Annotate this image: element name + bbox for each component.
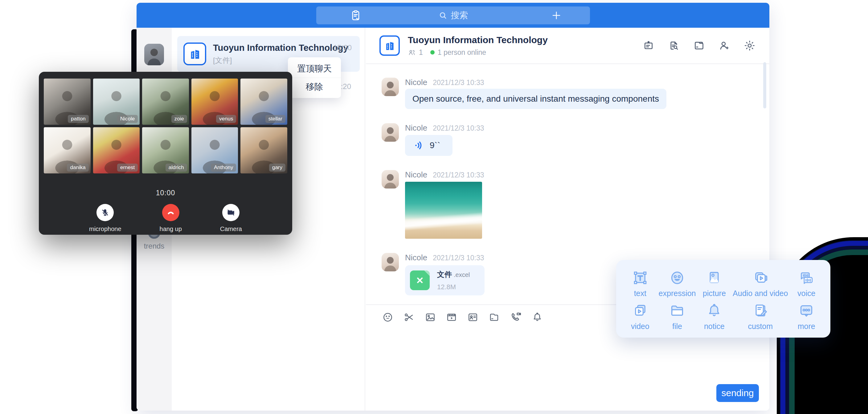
- panel-item-custom[interactable]: custom: [733, 301, 788, 332]
- participant-name: zoie: [172, 115, 187, 123]
- file-icon[interactable]: [488, 311, 500, 323]
- trends-label: trends: [144, 242, 164, 250]
- attachment-panel: text expression picture: [616, 260, 830, 338]
- video-call-icon[interactable]: [509, 311, 522, 323]
- file-size: 12.8M: [437, 283, 470, 291]
- noticeboard-icon[interactable]: [642, 39, 655, 52]
- document-search-icon[interactable]: [668, 39, 680, 52]
- participant-name: venus: [216, 115, 236, 123]
- sender-avatar[interactable]: [381, 123, 399, 142]
- participant-tile: aldrich: [142, 127, 189, 173]
- settings-icon[interactable]: [743, 39, 756, 52]
- participant-name: patton: [68, 115, 89, 123]
- participant-name: Nicole: [117, 115, 138, 123]
- participant-tile: ernest: [93, 127, 140, 173]
- sender-avatar[interactable]: [381, 170, 399, 189]
- video-call-overlay: patton Nicole zoie venus stellar danika …: [39, 72, 292, 235]
- member-count: 1: [419, 49, 423, 57]
- panel-item-label: more: [798, 322, 815, 331]
- menu-item-pin-chat[interactable]: 置顶聊天: [288, 60, 341, 77]
- panel-item-voice[interactable]: voice: [788, 268, 825, 299]
- sender-name: Nicole: [405, 170, 427, 180]
- participant-tile: gary: [241, 127, 287, 173]
- panel-item-label: picture: [703, 289, 726, 298]
- search-icon: [438, 10, 448, 20]
- voice-wave-icon: [414, 140, 425, 151]
- search-placeholder: 搜索: [451, 9, 468, 21]
- panel-item-label: text: [634, 289, 646, 298]
- user-avatar[interactable]: [144, 44, 164, 65]
- microphone-label: microphone: [89, 225, 121, 232]
- panel-item-label: video: [631, 322, 649, 331]
- panel-item-notice[interactable]: notice: [696, 301, 733, 332]
- panel-item-file[interactable]: file: [659, 301, 696, 332]
- menu-item-remove[interactable]: 移除: [288, 77, 341, 95]
- camera-label: Camera: [220, 225, 242, 232]
- microphone-button[interactable]: microphone: [89, 204, 121, 232]
- online-status: 1 person online: [438, 49, 486, 57]
- camera-button[interactable]: Camera: [220, 204, 242, 232]
- search-bar[interactable]: 搜索: [316, 6, 590, 24]
- audio-video-icon: [752, 269, 769, 286]
- panel-item-label: Audio and video: [733, 289, 788, 298]
- sender-name: Nicole: [405, 123, 427, 133]
- message-input-area[interactable]: sending: [366, 329, 769, 411]
- participant-name: ernest: [117, 164, 138, 171]
- voice-message-bubble[interactable]: 9``: [405, 135, 453, 156]
- microphone-muted-icon: [96, 204, 114, 221]
- call-timer: 10:00: [44, 189, 287, 197]
- panel-item-video[interactable]: video: [622, 301, 659, 332]
- message-voice: Nicole2021/12/3 10:33 9``: [381, 123, 769, 156]
- conversation-time: 15:20: [333, 43, 352, 52]
- message-time: 2021/12/3 10:33: [433, 78, 484, 87]
- participant-name: aldrich: [165, 164, 187, 171]
- panel-item-picture[interactable]: picture: [696, 268, 733, 299]
- camera-muted-icon: [222, 204, 240, 221]
- emoji-icon[interactable]: [382, 311, 394, 323]
- message-image: Nicole2021/12/3 10:33: [381, 170, 769, 239]
- notice-icon: [706, 302, 723, 319]
- folder-icon[interactable]: [693, 39, 705, 52]
- participant-tile: danika: [44, 127, 91, 173]
- message-bubble[interactable]: Open source, free, and universal instant…: [405, 89, 666, 109]
- participant-name: danika: [67, 164, 89, 171]
- panel-item-label: voice: [798, 289, 815, 298]
- send-button[interactable]: sending: [716, 384, 759, 402]
- search-field[interactable]: 搜索: [438, 9, 468, 21]
- image-message-beach[interactable]: [405, 182, 482, 239]
- sender-avatar[interactable]: [381, 253, 399, 272]
- participant-name: Anthony: [211, 164, 236, 171]
- panel-item-text[interactable]: text: [622, 268, 659, 299]
- message-time: 2021/12/3 10:33: [433, 254, 484, 262]
- panel-item-more[interactable]: more: [788, 301, 825, 332]
- file-extension: .excel: [454, 272, 470, 278]
- sender-name: Nicole: [405, 77, 427, 87]
- notification-icon[interactable]: [531, 311, 543, 323]
- excel-file-icon: ✕: [410, 270, 430, 290]
- participant-tile: venus: [191, 78, 238, 125]
- call-log-icon[interactable]: [349, 9, 362, 22]
- scrollbar-thumb[interactable]: [763, 62, 766, 108]
- message-time: 2021/12/3 10:33: [433, 124, 484, 132]
- file-name: 文件: [437, 270, 452, 279]
- picture-icon[interactable]: [425, 311, 436, 323]
- add-member-icon[interactable]: [718, 39, 731, 52]
- video-icon[interactable]: [446, 311, 458, 323]
- panel-item-audio-video[interactable]: Audio and video: [733, 268, 788, 299]
- sender-avatar[interactable]: [381, 77, 399, 96]
- participant-grid: patton Nicole zoie venus stellar danika …: [44, 78, 287, 173]
- panel-item-label: expression: [659, 289, 696, 298]
- screenshot-icon[interactable]: [403, 311, 415, 323]
- conversation-title: Tuoyun Information Technology: [213, 43, 333, 53]
- top-bar: 搜索: [136, 3, 769, 28]
- file-message-card[interactable]: ✕ 文件.excel 12.8M: [405, 265, 485, 295]
- chat-header: Tuoyun Information Technology 1 1 person…: [366, 28, 769, 64]
- hangup-button[interactable]: hang up: [160, 204, 182, 232]
- contact-card-icon[interactable]: [467, 311, 479, 323]
- panel-item-expression[interactable]: expression: [659, 268, 696, 299]
- custom-icon: [752, 302, 769, 319]
- voice-duration: 9``: [430, 140, 440, 150]
- participant-tile: zoie: [142, 78, 189, 125]
- message-text: Nicole2021/12/3 10:33 Open source, free,…: [381, 77, 769, 109]
- add-icon[interactable]: [551, 9, 562, 21]
